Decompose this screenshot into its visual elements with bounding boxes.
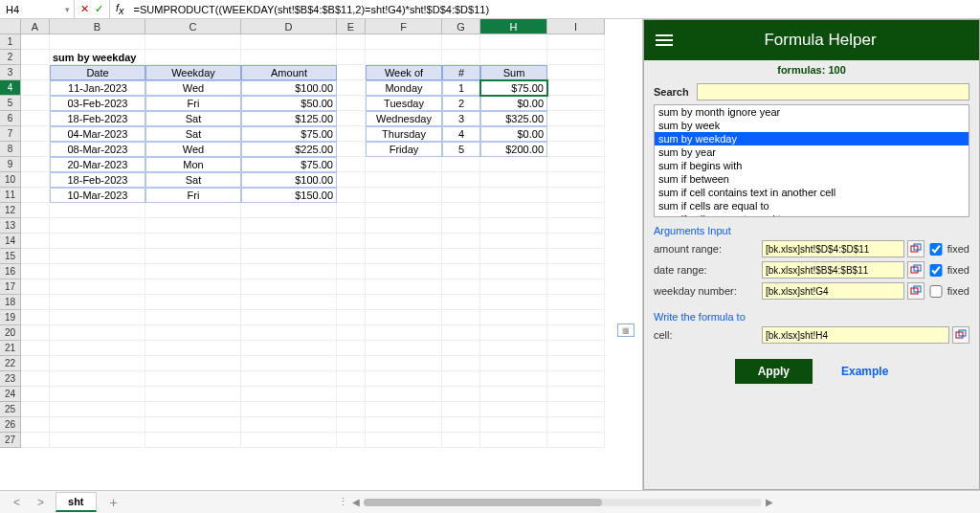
formula-list-item[interactable]: sum by weekday: [655, 132, 969, 145]
cell[interactable]: [366, 371, 442, 387]
cell[interactable]: [241, 218, 337, 234]
cell[interactable]: [21, 341, 50, 356]
arg-input[interactable]: [762, 261, 904, 279]
cell[interactable]: [241, 279, 337, 295]
cell[interactable]: [547, 111, 605, 126]
cell[interactable]: [442, 264, 480, 279]
cell[interactable]: [21, 234, 50, 249]
cell[interactable]: [337, 188, 366, 203]
col-header[interactable]: B: [50, 19, 145, 34]
write-cell-input[interactable]: [762, 326, 949, 344]
cell[interactable]: Tuesday: [366, 96, 442, 111]
quick-analysis-icon[interactable]: ▦: [617, 323, 635, 337]
cell[interactable]: [21, 371, 50, 387]
cell[interactable]: [21, 50, 50, 65]
cell[interactable]: Mon: [145, 157, 241, 172]
cell[interactable]: [21, 387, 50, 402]
cell[interactable]: [50, 249, 145, 264]
cell[interactable]: [145, 387, 241, 402]
cell[interactable]: [547, 80, 605, 96]
cell[interactable]: [337, 356, 366, 371]
cell[interactable]: [366, 387, 442, 402]
formula-list-item[interactable]: sum if between: [655, 172, 969, 186]
cell[interactable]: [366, 34, 442, 50]
cell[interactable]: [21, 188, 50, 203]
cell[interactable]: 08-Mar-2023: [50, 142, 145, 157]
row-header[interactable]: 26: [0, 417, 21, 433]
cell[interactable]: [241, 50, 337, 65]
cell[interactable]: [241, 417, 337, 433]
cell[interactable]: [50, 34, 145, 50]
cell[interactable]: [480, 50, 547, 65]
formula-list-item[interactable]: sum by year: [655, 145, 969, 159]
cell[interactable]: [241, 356, 337, 371]
cell[interactable]: [547, 402, 605, 417]
cell[interactable]: [366, 341, 442, 356]
cell[interactable]: [21, 172, 50, 188]
formula-list-item[interactable]: sum by week: [655, 119, 969, 132]
col-header[interactable]: H: [480, 19, 547, 34]
cell[interactable]: [50, 310, 145, 325]
cell[interactable]: [480, 279, 547, 295]
row-header[interactable]: 21: [0, 341, 21, 356]
cell[interactable]: [547, 142, 605, 157]
cell[interactable]: 04-Mar-2023: [50, 126, 145, 142]
cell[interactable]: $50.00: [241, 96, 337, 111]
cell[interactable]: [547, 249, 605, 264]
row-header[interactable]: 19: [0, 310, 21, 325]
cell[interactable]: [442, 325, 480, 341]
cell[interactable]: $325.00: [480, 111, 547, 126]
cell[interactable]: [21, 417, 50, 433]
range-picker-icon[interactable]: [907, 261, 924, 279]
cell[interactable]: [145, 50, 241, 65]
cell[interactable]: [442, 249, 480, 264]
tab-prev-icon[interactable]: <: [8, 496, 26, 509]
row-header[interactable]: 2: [0, 50, 21, 65]
col-header[interactable]: D: [241, 19, 337, 34]
row-header[interactable]: 10: [0, 172, 21, 188]
cell[interactable]: [480, 417, 547, 433]
cell[interactable]: Sat: [145, 111, 241, 126]
cell[interactable]: [547, 387, 605, 402]
cell[interactable]: [366, 325, 442, 341]
cell[interactable]: [50, 325, 145, 341]
cell[interactable]: [480, 402, 547, 417]
cell[interactable]: [145, 417, 241, 433]
scroll-menu-icon[interactable]: ⋮: [338, 496, 348, 508]
cell[interactable]: $0.00: [480, 96, 547, 111]
range-picker-icon[interactable]: [907, 240, 924, 257]
row-header[interactable]: 16: [0, 264, 21, 279]
cell[interactable]: [366, 188, 442, 203]
cell[interactable]: [547, 341, 605, 356]
cell[interactable]: [442, 50, 480, 65]
cell[interactable]: [50, 433, 145, 448]
cell[interactable]: [337, 50, 366, 65]
cell[interactable]: [241, 203, 337, 218]
formula-list-item[interactable]: sum by month ignore year: [655, 105, 969, 119]
cell[interactable]: [547, 172, 605, 188]
cell[interactable]: [21, 218, 50, 234]
cell[interactable]: [145, 356, 241, 371]
cell[interactable]: [241, 325, 337, 341]
example-link[interactable]: Example: [841, 365, 888, 378]
cell[interactable]: [337, 126, 366, 142]
cell[interactable]: [480, 203, 547, 218]
cell[interactable]: [145, 310, 241, 325]
cell[interactable]: [21, 203, 50, 218]
cell[interactable]: [337, 402, 366, 417]
cell[interactable]: 10-Mar-2023: [50, 188, 145, 203]
cell[interactable]: [442, 371, 480, 387]
cell[interactable]: 20-Mar-2023: [50, 157, 145, 172]
cell[interactable]: [21, 433, 50, 448]
cell[interactable]: [241, 295, 337, 310]
cell[interactable]: [480, 157, 547, 172]
cell[interactable]: [50, 356, 145, 371]
cell[interactable]: [337, 279, 366, 295]
cell[interactable]: [366, 433, 442, 448]
cell[interactable]: $225.00: [241, 142, 337, 157]
cell[interactable]: [241, 402, 337, 417]
cell[interactable]: 2: [442, 96, 480, 111]
row-header[interactable]: 23: [0, 371, 21, 387]
formula-list-item[interactable]: sum if cells are equal to: [655, 199, 969, 212]
row-header[interactable]: 27: [0, 433, 21, 448]
